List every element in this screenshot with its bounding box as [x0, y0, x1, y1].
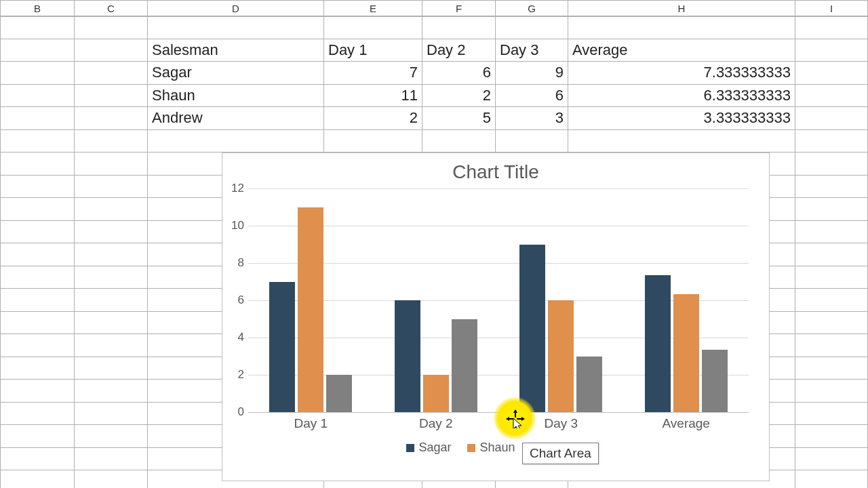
bar[interactable] — [395, 300, 420, 412]
cell[interactable] — [795, 85, 868, 108]
cell[interactable]: 6.333333333 — [568, 85, 795, 108]
cell[interactable] — [795, 448, 868, 471]
cell[interactable] — [795, 16, 868, 39]
cell[interactable] — [0, 221, 75, 244]
cell[interactable] — [75, 357, 148, 380]
cell[interactable] — [75, 221, 148, 244]
cell[interactable]: Sagar — [148, 62, 324, 85]
cell[interactable] — [75, 312, 148, 335]
cell[interactable] — [75, 107, 148, 130]
col-header-D[interactable]: D — [148, 0, 324, 16]
bar[interactable] — [269, 282, 295, 413]
legend-item[interactable]: Shaun — [467, 441, 515, 455]
legend-item[interactable]: Sagar — [406, 441, 451, 455]
cell[interactable] — [0, 130, 75, 153]
cell[interactable] — [0, 403, 75, 426]
cell[interactable]: 9 — [496, 62, 568, 85]
cell[interactable] — [568, 16, 795, 39]
cell[interactable]: 5 — [422, 107, 496, 130]
cell[interactable] — [0, 107, 75, 130]
cell[interactable] — [75, 16, 148, 39]
cell[interactable] — [795, 334, 868, 357]
cell[interactable] — [795, 403, 868, 426]
cell[interactable] — [0, 243, 75, 266]
cell[interactable] — [75, 198, 148, 221]
cell[interactable] — [0, 62, 75, 85]
cell[interactable] — [0, 380, 75, 403]
cell[interactable] — [795, 198, 868, 221]
cell[interactable]: Shaun — [148, 85, 324, 108]
cell[interactable] — [0, 289, 75, 312]
cell[interactable]: Salesman — [148, 39, 324, 62]
cell[interactable] — [795, 130, 868, 153]
cell[interactable] — [75, 448, 148, 471]
cell[interactable]: Day 2 — [422, 39, 496, 62]
plot-area[interactable]: 024681012 — [248, 188, 749, 412]
cell[interactable] — [0, 16, 75, 39]
col-header-C[interactable]: C — [75, 0, 148, 16]
cell[interactable] — [795, 425, 868, 448]
cell[interactable]: Day 3 — [496, 39, 568, 62]
bar[interactable] — [452, 319, 477, 413]
cell[interactable]: 6 — [496, 85, 568, 108]
cell[interactable] — [75, 152, 148, 176]
cell[interactable]: 7.333333333 — [568, 62, 795, 85]
cell[interactable] — [795, 312, 868, 335]
cell[interactable]: 3 — [496, 107, 568, 130]
cell[interactable] — [795, 39, 868, 62]
cell[interactable] — [75, 85, 148, 108]
cell[interactable] — [75, 39, 148, 62]
bar[interactable] — [519, 245, 545, 413]
cell[interactable] — [568, 130, 795, 153]
cell[interactable] — [795, 221, 868, 244]
bar[interactable] — [298, 207, 323, 413]
cell[interactable] — [795, 266, 868, 289]
cell[interactable]: 6 — [422, 62, 496, 85]
cell[interactable]: Andrew — [148, 107, 324, 130]
bar[interactable] — [702, 350, 728, 412]
col-header-B[interactable]: B — [0, 0, 75, 16]
cell[interactable]: 7 — [324, 62, 422, 85]
cell[interactable] — [795, 357, 868, 380]
cell[interactable] — [795, 470, 868, 488]
cell[interactable] — [795, 380, 868, 403]
bar[interactable] — [548, 300, 574, 412]
cell[interactable] — [0, 176, 75, 199]
cell[interactable] — [795, 289, 868, 312]
cell[interactable] — [75, 130, 148, 153]
cell[interactable] — [0, 152, 75, 176]
cell[interactable] — [0, 425, 75, 448]
legend[interactable]: SagarShaunAndrew — [222, 441, 769, 455]
bar[interactable] — [326, 375, 352, 412]
cell[interactable] — [75, 334, 148, 357]
cell[interactable] — [0, 357, 75, 380]
cell[interactable]: 2 — [324, 107, 422, 130]
cell[interactable] — [795, 243, 868, 266]
cell[interactable] — [75, 403, 148, 426]
chart-title[interactable]: Chart Title — [222, 153, 769, 188]
cell[interactable]: 2 — [422, 85, 496, 108]
cell[interactable] — [75, 425, 148, 448]
cell[interactable] — [75, 176, 148, 199]
cell[interactable]: 11 — [324, 85, 422, 108]
cell[interactable] — [0, 448, 75, 471]
cell[interactable]: Day 1 — [324, 39, 422, 62]
cell[interactable] — [0, 266, 75, 289]
chart-object[interactable]: Chart Title 024681012 Day 1Day 2Day 3Ave… — [222, 152, 770, 481]
col-header-E[interactable]: E — [324, 0, 422, 16]
col-header-H[interactable]: H — [568, 0, 795, 16]
bar[interactable] — [576, 357, 602, 413]
cell[interactable] — [0, 312, 75, 335]
col-header-F[interactable]: F — [422, 0, 496, 16]
cell[interactable] — [75, 243, 148, 266]
cell[interactable] — [795, 107, 868, 130]
cell[interactable] — [795, 176, 868, 199]
col-header-G[interactable]: G — [496, 0, 568, 16]
cell[interactable] — [0, 198, 75, 221]
bar[interactable] — [673, 294, 699, 412]
cell[interactable] — [496, 130, 568, 153]
cell[interactable] — [75, 380, 148, 403]
cell[interactable] — [0, 470, 75, 488]
cell[interactable] — [324, 130, 422, 153]
cell[interactable] — [75, 266, 148, 289]
